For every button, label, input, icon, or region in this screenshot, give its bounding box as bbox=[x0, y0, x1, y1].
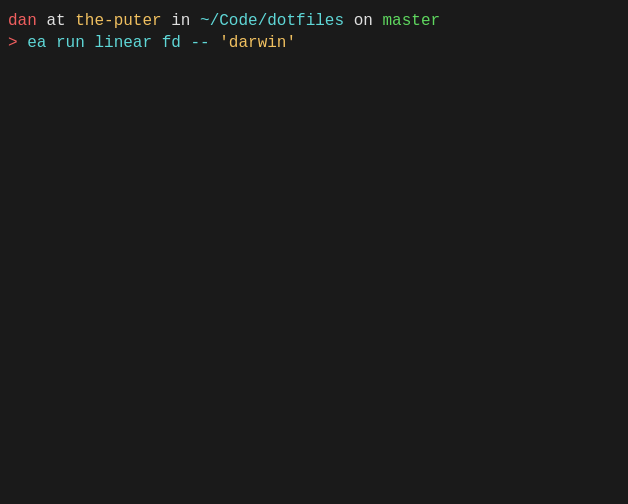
command-argument: 'darwin' bbox=[219, 32, 296, 54]
prompt-symbol: > bbox=[8, 32, 18, 54]
at-text: at bbox=[37, 10, 75, 32]
command-text: ea run linear fd -- bbox=[18, 32, 220, 54]
username: dan bbox=[8, 10, 37, 32]
on-text: on bbox=[344, 10, 382, 32]
branch: master bbox=[382, 10, 440, 32]
terminal: dan at the-puter in ~/Code/dotfiles on m… bbox=[0, 0, 628, 504]
directory: ~/Code/dotfiles bbox=[200, 10, 344, 32]
command-line: > ea run linear fd -- 'darwin' bbox=[8, 32, 620, 54]
in-text: in bbox=[162, 10, 200, 32]
hostname: the-puter bbox=[75, 10, 161, 32]
prompt-line1: dan at the-puter in ~/Code/dotfiles on m… bbox=[8, 10, 620, 32]
